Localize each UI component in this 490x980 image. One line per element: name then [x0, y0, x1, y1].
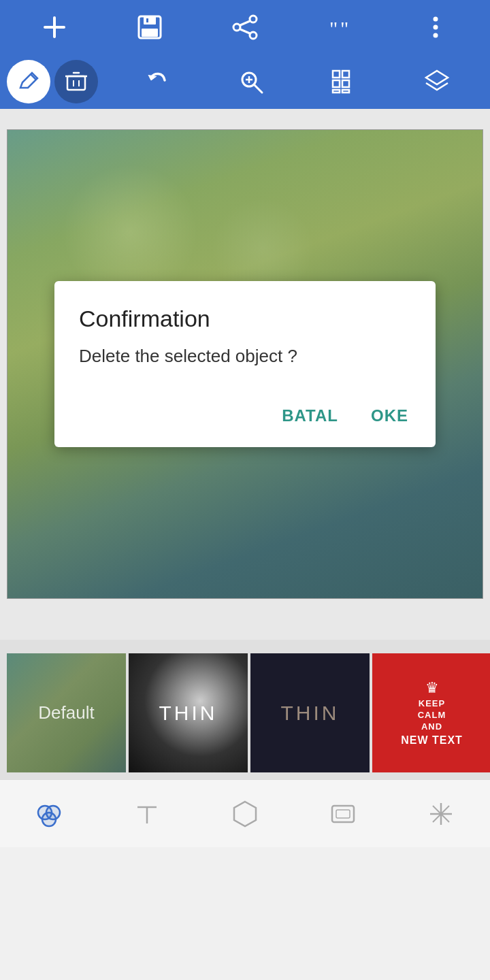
add-button[interactable] — [35, 8, 74, 46]
nav-shape[interactable] — [221, 790, 269, 838]
quote-button[interactable]: " " — [321, 8, 359, 46]
svg-marker-32 — [426, 71, 448, 84]
more-button[interactable] — [416, 8, 455, 46]
svg-point-35 — [42, 813, 56, 826]
svg-point-14 — [434, 25, 438, 30]
svg-rect-31 — [342, 90, 349, 93]
canvas-spacer — [0, 599, 490, 640]
svg-line-10 — [240, 29, 250, 33]
thumbnail-thin1[interactable]: THIN — [129, 653, 248, 772]
svg-rect-40 — [336, 810, 350, 818]
svg-rect-5 — [146, 18, 148, 22]
nav-text[interactable] — [123, 790, 171, 838]
thumbnails-panel: Default THIN THIN ♛ KEEPCALMAND NEW TEXT — [0, 640, 490, 779]
grid-button[interactable] — [325, 63, 363, 101]
svg-rect-27 — [342, 71, 349, 78]
svg-rect-28 — [333, 80, 340, 87]
svg-point-15 — [434, 33, 438, 38]
share-button[interactable] — [226, 8, 264, 46]
dialog-message: Delete the selected object ? — [79, 346, 411, 367]
undo-button[interactable] — [139, 63, 177, 101]
thumbnail-thin2[interactable]: THIN — [250, 653, 370, 772]
confirmation-dialog: Confirmation Delete the selected object … — [54, 281, 436, 447]
zoom-button[interactable] — [232, 63, 270, 101]
svg-point-6 — [250, 16, 257, 22]
svg-text:": " — [340, 17, 348, 39]
svg-point-13 — [434, 17, 438, 22]
thumbnail-default-label: Default — [38, 702, 94, 723]
svg-text:": " — [329, 17, 338, 39]
thumbnail-thin1-label: THIN — [159, 702, 218, 725]
nav-effects[interactable] — [417, 790, 465, 838]
canvas-area: Confirmation Delete the selected object … — [0, 109, 490, 640]
crown-icon: ♛ — [425, 679, 439, 697]
top-toolbar: " " — [0, 0, 490, 109]
edit-button[interactable] — [7, 60, 50, 103]
thumbnails-row: Default THIN THIN ♛ KEEPCALMAND NEW TEXT — [0, 653, 490, 772]
svg-line-9 — [240, 21, 250, 25]
svg-line-23 — [254, 84, 262, 93]
dialog-overlay: Confirmation Delete the selected object … — [7, 130, 483, 598]
save-button[interactable] — [131, 8, 169, 46]
svg-point-8 — [233, 24, 240, 31]
thumbnail-default[interactable]: Default — [7, 653, 126, 772]
layers-button[interactable] — [418, 63, 456, 101]
svg-rect-3 — [144, 16, 156, 24]
dialog-buttons: BATAL OKE — [79, 401, 411, 431]
svg-rect-4 — [142, 29, 158, 37]
toolbar-row2 — [0, 54, 490, 109]
toolbar-row1: " " — [0, 0, 490, 54]
dialog-title: Confirmation — [79, 306, 411, 332]
thumbnail-thin2-label: THIN — [281, 702, 340, 725]
ok-button[interactable]: OKE — [368, 401, 411, 431]
nav-frame[interactable] — [319, 790, 367, 838]
svg-marker-38 — [234, 802, 256, 826]
svg-point-7 — [250, 32, 257, 39]
svg-rect-30 — [333, 90, 340, 93]
svg-rect-26 — [333, 71, 340, 78]
delete-button[interactable] — [54, 60, 98, 103]
svg-rect-29 — [342, 80, 349, 87]
canvas-image[interactable]: Confirmation Delete the selected object … — [7, 129, 483, 599]
svg-rect-39 — [332, 806, 354, 822]
nav-blend[interactable] — [25, 790, 73, 838]
keepcalm-newtext: NEW TEXT — [401, 734, 463, 747]
keepcalm-text: KEEPCALMAND — [418, 698, 446, 733]
cancel-button[interactable]: BATAL — [279, 401, 341, 431]
svg-rect-17 — [67, 76, 85, 90]
bottom-nav — [0, 779, 490, 847]
toolbar-row2-right — [112, 63, 483, 101]
thumbnail-keepcalm[interactable]: ♛ KEEPCALMAND NEW TEXT — [372, 653, 490, 772]
